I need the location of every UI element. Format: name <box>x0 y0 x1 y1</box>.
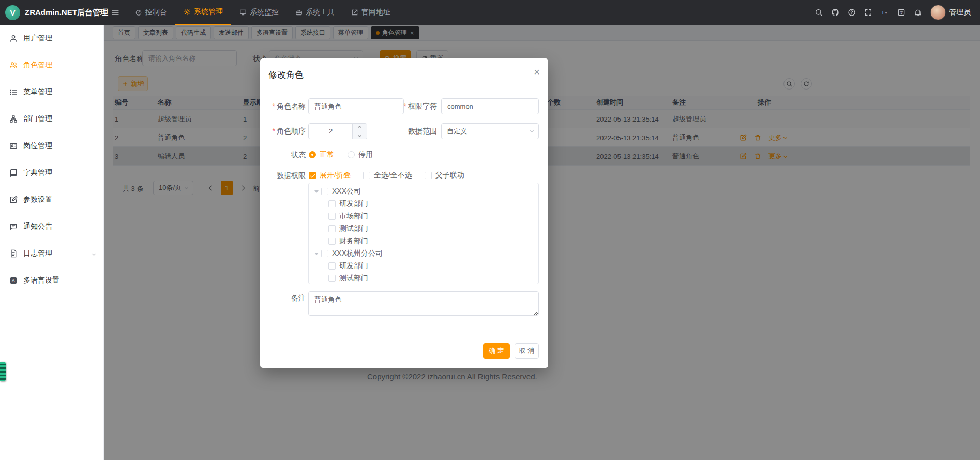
tree-node-label[interactable]: 测试部门 <box>339 274 368 283</box>
sidebar-item-menus[interactable]: 菜单管理 <box>0 79 103 106</box>
tree-node-label[interactable]: 测试部门 <box>339 224 368 233</box>
sidebar: 用户管理 角色管理 菜单管理 部门管理 岗位管理 字典管理 参数设置 通知公告 <box>0 25 104 460</box>
username: 管理员 <box>949 8 971 17</box>
font-size-button[interactable]: TT <box>881 8 889 17</box>
tree-checkbox[interactable] <box>328 225 336 232</box>
tree-node[interactable]: 财务部门 <box>309 235 538 247</box>
role-order-input[interactable] <box>309 124 353 139</box>
dialog-title: 修改角色 <box>268 69 304 81</box>
tree-node-label[interactable]: 研发部门 <box>339 199 368 209</box>
github-button[interactable] <box>831 8 839 17</box>
users-icon <box>9 61 18 69</box>
question-circle-icon <box>848 8 856 17</box>
checkbox-select-all[interactable] <box>363 172 370 179</box>
tree-expand-icon[interactable] <box>312 188 321 195</box>
tree-checkbox[interactable] <box>321 188 328 195</box>
nav-item-system-mgmt[interactable]: 系统管理 <box>175 0 231 25</box>
sidebar-toggle-button[interactable] <box>104 0 127 25</box>
close-icon[interactable]: × <box>534 67 540 77</box>
tree-node[interactable]: 市场部门 <box>309 210 538 222</box>
nav-item-console[interactable]: 控制台 <box>127 0 175 25</box>
radio-disabled[interactable] <box>348 151 355 158</box>
sidebar-item-params[interactable]: 参数设置 <box>0 186 103 213</box>
data-perm-options: 展开/折叠 全选/全不选 父子联动 <box>309 171 477 180</box>
edit-role-dialog: 修改角色 × *角色名称 *权限字符 *角色顺序 数据范围 自定义 状态 正常 … <box>260 58 548 368</box>
sidebar-item-i18n[interactable]: A 多语言设置 <box>0 267 103 294</box>
tree-checkbox[interactable] <box>321 250 328 257</box>
sidebar-item-dicts[interactable]: 字典管理 <box>0 159 103 186</box>
perm-char-label: *权限字符 <box>391 98 437 114</box>
status-label: 状态 <box>260 147 306 163</box>
data-scope-select[interactable]: 自定义 <box>441 123 539 139</box>
github-icon <box>831 8 839 17</box>
corner-widget[interactable] <box>0 362 6 381</box>
language-button[interactable]: 文 <box>897 8 906 17</box>
checkbox-expand-collapse[interactable] <box>309 172 316 179</box>
label-text: 角色顺序 <box>277 127 306 135</box>
sidebar-item-departments[interactable]: 部门管理 <box>0 106 103 132</box>
tree-node[interactable]: 测试部门 <box>309 222 538 235</box>
sidebar-label: 用户管理 <box>23 34 52 43</box>
fullscreen-button[interactable] <box>864 8 872 17</box>
stepper-controls <box>352 124 367 139</box>
sidebar-label: 岗位管理 <box>23 141 52 151</box>
tree-checkbox[interactable] <box>328 238 336 245</box>
decrease-button[interactable] <box>353 131 367 139</box>
hamburger-icon <box>111 8 119 17</box>
tree-node-label[interactable]: XXX杭州分公司 <box>332 249 383 258</box>
nav-item-system-monitor[interactable]: 系统监控 <box>231 0 287 25</box>
help-button[interactable] <box>848 8 856 17</box>
increase-button[interactable] <box>353 124 367 131</box>
checkbox-parent-child-link[interactable] <box>425 172 432 179</box>
radio-normal[interactable] <box>309 151 316 158</box>
tree-checkbox[interactable] <box>328 262 336 270</box>
checkbox-label-select-all[interactable]: 全选/全不选 <box>374 171 412 180</box>
tree-node-label[interactable]: XXX公司 <box>332 187 361 196</box>
tree-node-label[interactable]: 研发部门 <box>339 261 368 271</box>
cancel-button[interactable]: 取 消 <box>515 343 539 359</box>
data-perm-label: 数据权限 <box>260 168 306 184</box>
tree-checkbox[interactable] <box>328 200 336 207</box>
sidebar-item-notices[interactable]: 通知公告 <box>0 213 103 240</box>
sidebar-label: 通知公告 <box>23 222 52 231</box>
sidebar-item-posts[interactable]: 岗位管理 <box>0 132 103 159</box>
perm-char-input[interactable] <box>441 98 539 114</box>
tree-node-label[interactable]: 市场部门 <box>339 212 368 221</box>
gear-icon <box>184 8 191 16</box>
tree-node[interactable]: 测试部门 <box>309 272 538 284</box>
tree-checkbox[interactable] <box>328 213 336 220</box>
status-radio-group: 正常 停用 <box>309 150 373 160</box>
tree-expand-icon[interactable] <box>312 250 321 257</box>
org-tree-icon <box>9 115 18 123</box>
department-tree: XXX公司 研发部门 市场部门 测试部门 财务部门 <box>308 183 539 284</box>
header-search-button[interactable] <box>815 8 823 17</box>
role-name-label: *角色名称 <box>260 98 306 114</box>
sidebar-item-users[interactable]: 用户管理 <box>0 25 103 52</box>
remark-textarea[interactable]: 普通角色 <box>308 291 539 316</box>
label-text: 数据权限 <box>277 171 306 180</box>
label-text: 权限字符 <box>408 102 437 110</box>
radio-label-normal[interactable]: 正常 <box>320 150 334 159</box>
nav-item-system-tools[interactable]: 系统工具 <box>287 0 343 25</box>
role-order-label: *角色顺序 <box>260 123 306 139</box>
sidebar-item-roles[interactable]: 角色管理 <box>0 52 103 79</box>
sidebar-item-logs[interactable]: 日志管理 <box>0 240 103 267</box>
tree-node-label[interactable]: 财务部门 <box>339 236 368 246</box>
tree-node[interactable]: XXX杭州分公司 <box>309 247 538 260</box>
nav-item-website[interactable]: 官网地址 <box>343 0 399 25</box>
tree-checkbox[interactable] <box>328 275 336 282</box>
role-name-input[interactable] <box>308 98 404 114</box>
label-text: 角色名称 <box>277 102 306 110</box>
checkbox-label-expand-collapse[interactable]: 展开/折叠 <box>320 171 351 180</box>
header-actions: TT 文 管理员 <box>815 5 980 20</box>
tree-node[interactable]: 研发部门 <box>309 198 538 210</box>
tree-node[interactable]: 研发部门 <box>309 260 538 272</box>
checkbox-label-parent-child-link[interactable]: 父子联动 <box>435 171 464 180</box>
user-menu[interactable]: 管理员 <box>930 5 971 20</box>
chevron-up-icon <box>358 125 361 129</box>
tree-node[interactable]: XXX公司 <box>309 185 538 198</box>
radio-label-disabled[interactable]: 停用 <box>358 150 373 159</box>
confirm-button[interactable]: 确 定 <box>483 343 510 359</box>
notifications-button[interactable] <box>914 8 922 17</box>
required-mark: * <box>273 127 275 135</box>
